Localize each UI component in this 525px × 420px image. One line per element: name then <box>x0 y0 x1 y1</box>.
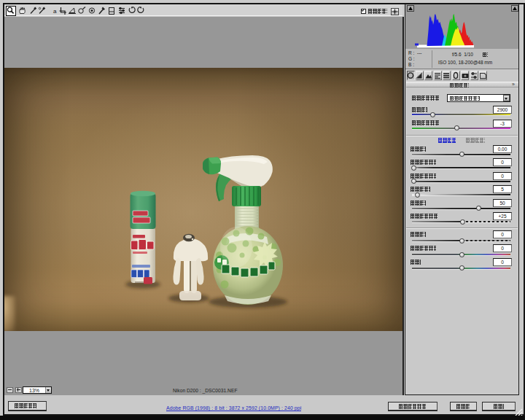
svg-text:a: a <box>53 8 57 15</box>
